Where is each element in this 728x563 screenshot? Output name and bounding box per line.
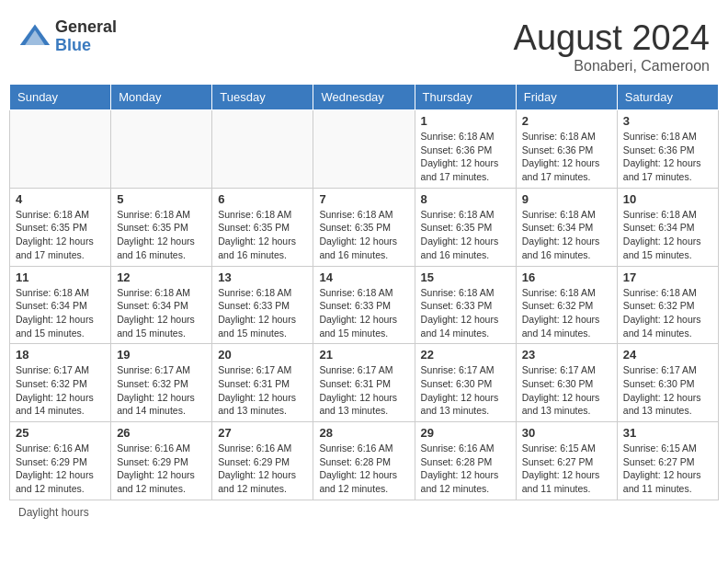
day-number: 4	[16, 192, 105, 206]
day-info: Sunrise: 6:17 AM Sunset: 6:31 PM Dayligh…	[218, 363, 307, 418]
day-cell: 11Sunrise: 6:18 AM Sunset: 6:34 PM Dayli…	[10, 266, 111, 344]
day-info: Sunrise: 6:16 AM Sunset: 6:29 PM Dayligh…	[218, 442, 307, 496]
day-number: 7	[319, 192, 408, 206]
day-info: Sunrise: 6:18 AM Sunset: 6:34 PM Dayligh…	[623, 208, 712, 262]
day-number: 13	[218, 270, 307, 284]
day-cell: 8Sunrise: 6:18 AM Sunset: 6:35 PM Daylig…	[415, 188, 516, 266]
day-number: 9	[522, 192, 611, 206]
day-number: 24	[623, 348, 712, 362]
day-info: Sunrise: 6:17 AM Sunset: 6:31 PM Dayligh…	[319, 363, 408, 418]
day-number: 2	[522, 114, 611, 128]
day-number: 19	[117, 348, 206, 362]
day-info: Sunrise: 6:16 AM Sunset: 6:28 PM Dayligh…	[319, 442, 408, 496]
daylight-note: Daylight hours	[18, 506, 89, 519]
day-number: 11	[16, 270, 105, 284]
day-number: 10	[623, 192, 712, 206]
day-info: Sunrise: 6:18 AM Sunset: 6:32 PM Dayligh…	[623, 286, 712, 340]
day-cell: 16Sunrise: 6:18 AM Sunset: 6:32 PM Dayli…	[516, 266, 617, 344]
day-cell: 30Sunrise: 6:15 AM Sunset: 6:27 PM Dayli…	[516, 422, 617, 500]
day-info: Sunrise: 6:18 AM Sunset: 6:34 PM Dayligh…	[117, 286, 206, 340]
day-info: Sunrise: 6:18 AM Sunset: 6:35 PM Dayligh…	[421, 208, 510, 262]
day-number: 18	[16, 348, 105, 362]
col-header-thursday: Thursday	[415, 85, 516, 110]
day-info: Sunrise: 6:18 AM Sunset: 6:36 PM Dayligh…	[421, 130, 510, 184]
calendar-header-row: SundayMondayTuesdayWednesdayThursdayFrid…	[10, 85, 719, 110]
day-cell: 20Sunrise: 6:17 AM Sunset: 6:31 PM Dayli…	[212, 344, 313, 422]
logo: General Blue	[18, 18, 117, 55]
day-info: Sunrise: 6:15 AM Sunset: 6:27 PM Dayligh…	[623, 442, 712, 496]
day-number: 31	[623, 426, 712, 440]
location: Bonaberi, Cameroon	[514, 58, 710, 75]
day-number: 21	[319, 348, 408, 362]
day-number: 8	[421, 192, 510, 206]
col-header-sunday: Sunday	[10, 85, 111, 110]
footer-note: Daylight hours	[9, 500, 719, 524]
day-number: 1	[421, 114, 510, 128]
day-number: 15	[421, 270, 510, 284]
day-cell: 19Sunrise: 6:17 AM Sunset: 6:32 PM Dayli…	[111, 344, 212, 422]
day-cell: 27Sunrise: 6:16 AM Sunset: 6:29 PM Dayli…	[212, 422, 313, 500]
day-info: Sunrise: 6:18 AM Sunset: 6:33 PM Dayligh…	[218, 286, 307, 340]
day-number: 26	[117, 426, 206, 440]
day-cell: 26Sunrise: 6:16 AM Sunset: 6:29 PM Dayli…	[111, 422, 212, 500]
day-cell: 4Sunrise: 6:18 AM Sunset: 6:35 PM Daylig…	[10, 188, 111, 266]
logo-text: General Blue	[55, 18, 117, 55]
logo-general: General	[55, 18, 117, 37]
day-info: Sunrise: 6:15 AM Sunset: 6:27 PM Dayligh…	[522, 442, 611, 496]
day-info: Sunrise: 6:18 AM Sunset: 6:33 PM Dayligh…	[319, 286, 408, 340]
calendar: SundayMondayTuesdayWednesdayThursdayFrid…	[9, 84, 719, 500]
day-info: Sunrise: 6:18 AM Sunset: 6:35 PM Dayligh…	[16, 208, 105, 262]
month-title: August 2024	[514, 18, 710, 58]
week-row-1: 4Sunrise: 6:18 AM Sunset: 6:35 PM Daylig…	[10, 188, 719, 266]
day-number: 30	[522, 426, 611, 440]
col-header-saturday: Saturday	[617, 85, 718, 110]
day-cell: 1Sunrise: 6:18 AM Sunset: 6:36 PM Daylig…	[415, 110, 516, 189]
day-info: Sunrise: 6:16 AM Sunset: 6:28 PM Dayligh…	[421, 442, 510, 496]
day-number: 29	[421, 426, 510, 440]
week-row-3: 18Sunrise: 6:17 AM Sunset: 6:32 PM Dayli…	[10, 344, 719, 422]
day-cell: 31Sunrise: 6:15 AM Sunset: 6:27 PM Dayli…	[617, 422, 718, 500]
col-header-wednesday: Wednesday	[313, 85, 415, 110]
day-cell: 15Sunrise: 6:18 AM Sunset: 6:33 PM Dayli…	[415, 266, 516, 344]
day-number: 20	[218, 348, 307, 362]
day-info: Sunrise: 6:18 AM Sunset: 6:35 PM Dayligh…	[319, 208, 408, 262]
day-number: 28	[319, 426, 408, 440]
day-info: Sunrise: 6:17 AM Sunset: 6:30 PM Dayligh…	[522, 363, 611, 418]
day-cell: 7Sunrise: 6:18 AM Sunset: 6:35 PM Daylig…	[313, 188, 415, 266]
day-info: Sunrise: 6:16 AM Sunset: 6:29 PM Dayligh…	[117, 442, 206, 496]
day-info: Sunrise: 6:18 AM Sunset: 6:35 PM Dayligh…	[218, 208, 307, 262]
day-cell: 2Sunrise: 6:18 AM Sunset: 6:36 PM Daylig…	[516, 110, 617, 189]
col-header-tuesday: Tuesday	[212, 85, 313, 110]
day-info: Sunrise: 6:18 AM Sunset: 6:33 PM Dayligh…	[421, 286, 510, 340]
day-cell: 22Sunrise: 6:17 AM Sunset: 6:30 PM Dayli…	[415, 344, 516, 422]
day-number: 5	[117, 192, 206, 206]
day-cell: 3Sunrise: 6:18 AM Sunset: 6:36 PM Daylig…	[617, 110, 718, 189]
day-cell: 12Sunrise: 6:18 AM Sunset: 6:34 PM Dayli…	[111, 266, 212, 344]
day-cell: 18Sunrise: 6:17 AM Sunset: 6:32 PM Dayli…	[10, 344, 111, 422]
logo-blue: Blue	[55, 37, 117, 55]
week-row-2: 11Sunrise: 6:18 AM Sunset: 6:34 PM Dayli…	[10, 266, 719, 344]
day-cell	[111, 110, 212, 189]
day-cell: 24Sunrise: 6:17 AM Sunset: 6:30 PM Dayli…	[617, 344, 718, 422]
day-number: 14	[319, 270, 408, 284]
day-number: 22	[421, 348, 510, 362]
day-info: Sunrise: 6:18 AM Sunset: 6:32 PM Dayligh…	[522, 286, 611, 340]
logo-icon	[18, 20, 51, 53]
day-info: Sunrise: 6:18 AM Sunset: 6:34 PM Dayligh…	[522, 208, 611, 262]
day-cell: 21Sunrise: 6:17 AM Sunset: 6:31 PM Dayli…	[313, 344, 415, 422]
day-info: Sunrise: 6:17 AM Sunset: 6:32 PM Dayligh…	[16, 363, 105, 418]
day-info: Sunrise: 6:18 AM Sunset: 6:35 PM Dayligh…	[117, 208, 206, 262]
day-number: 23	[522, 348, 611, 362]
day-info: Sunrise: 6:17 AM Sunset: 6:32 PM Dayligh…	[117, 363, 206, 418]
day-cell: 13Sunrise: 6:18 AM Sunset: 6:33 PM Dayli…	[212, 266, 313, 344]
day-number: 27	[218, 426, 307, 440]
day-cell	[212, 110, 313, 189]
day-number: 16	[522, 270, 611, 284]
col-header-monday: Monday	[111, 85, 212, 110]
week-row-0: 1Sunrise: 6:18 AM Sunset: 6:36 PM Daylig…	[10, 110, 719, 189]
header: General Blue August 2024 Bonaberi, Camer…	[9, 9, 719, 79]
day-info: Sunrise: 6:18 AM Sunset: 6:36 PM Dayligh…	[522, 130, 611, 184]
day-info: Sunrise: 6:18 AM Sunset: 6:36 PM Dayligh…	[623, 130, 712, 184]
day-cell: 14Sunrise: 6:18 AM Sunset: 6:33 PM Dayli…	[313, 266, 415, 344]
day-info: Sunrise: 6:17 AM Sunset: 6:30 PM Dayligh…	[421, 363, 510, 418]
